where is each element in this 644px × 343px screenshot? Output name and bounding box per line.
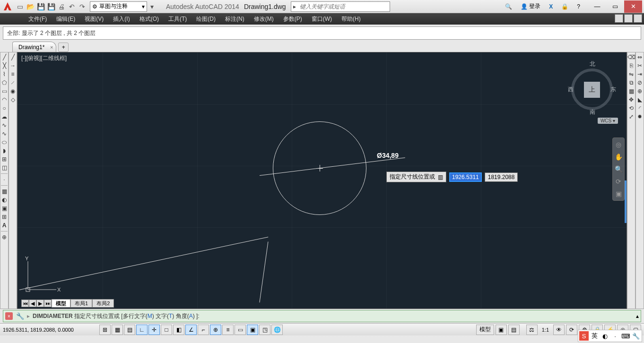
chamfer-icon[interactable]: ◣ [636,96,644,103]
cmdline-config-icon[interactable]: 🔧 [16,312,24,320]
ellipsearc-icon[interactable]: ◗ [0,147,8,154]
mdi-minimize[interactable]: – [615,14,623,23]
dyn-icon[interactable]: ⊕ [210,325,221,335]
grid-icon[interactable]: ▤ [124,325,135,335]
ray-icon[interactable]: → [9,62,17,69]
login-button[interactable]: 👤 登录 [517,1,544,12]
viewcube-south[interactable]: 南 [590,108,595,116]
stay-connected-icon[interactable]: 🔒 [558,1,572,12]
tpy-icon[interactable]: ▭ [235,325,246,335]
pline-icon[interactable]: ⌇ [0,70,8,78]
insert-icon[interactable]: ⊞ [0,155,8,163]
dyn-input-x[interactable]: 1926.5311 [449,172,482,182]
ime-punct-icon[interactable]: · [610,331,620,341]
workspace-dropdown[interactable]: ⚙ 草图与注释 ▾ [90,1,147,12]
app-logo[interactable] [2,1,13,12]
am-icon[interactable]: 🌐 [271,325,283,335]
search-caret-icon[interactable]: ▸ [291,3,298,10]
dyn-input-y[interactable]: 1819.2088 [485,172,518,182]
stretch-icon[interactable]: ⇔ [636,53,644,61]
print-icon[interactable]: 🖨 [57,2,66,11]
menu-modify[interactable]: 修改(M) [249,13,278,25]
line-icon[interactable]: ╱ [0,53,8,61]
line2-icon[interactable]: ╱ [9,53,17,61]
viewcube-face[interactable]: 上 [584,82,600,98]
break-icon[interactable]: ⊘ [636,79,644,86]
zoom-extents-icon[interactable]: 🔍 [614,164,623,174]
rectangle-icon[interactable]: ▭ [0,87,8,95]
cmdline-close-icon[interactable]: × [5,312,13,320]
orbit-icon[interactable]: ⟳ [614,177,623,186]
sc-icon[interactable]: ◳ [259,325,270,335]
menu-dim[interactable]: 标注(N) [220,13,249,25]
offset-icon[interactable]: ⧉ [627,79,635,86]
annoscale-icon[interactable]: ⚖ [526,325,538,335]
region-icon[interactable]: ▣ [0,205,8,212]
polar-icon[interactable]: ✛ [148,325,160,335]
viewcube[interactable]: 上 北 南 东 西 [566,58,618,124]
annovis-icon[interactable]: 👁 [553,325,565,335]
ducs-icon[interactable]: ⌐ [198,325,209,335]
qat-overflow-icon[interactable]: ▾ [147,2,157,11]
viewport-controls[interactable]: [-][俯视][二维线框] [21,54,67,62]
menu-window[interactable]: 窗口(W) [307,13,337,25]
menu-view[interactable]: 视图(V) [80,13,108,25]
tab-model[interactable]: 模型 [52,299,70,308]
save-icon[interactable]: 💾 [36,2,45,11]
saveas-icon[interactable]: 💾 [46,2,56,11]
viewcube-east[interactable]: 东 [610,86,616,94]
maximize-button[interactable]: ▭ [606,0,624,13]
showmotion-icon[interactable]: ▣ [614,189,623,198]
3dosnap-icon[interactable]: ◧ [173,325,184,335]
menu-format[interactable]: 格式(O) [135,13,164,25]
redo-icon[interactable]: ↷ [78,2,87,11]
copy-icon[interactable]: ⎘ [627,62,635,69]
infocenter-search[interactable]: ▸ [291,1,390,12]
steering-wheel-icon[interactable]: ◎ [614,140,623,149]
snap-icon[interactable]: ▦ [112,325,123,335]
quickview-drawings-icon[interactable]: ▤ [508,325,520,335]
viewcube-north[interactable]: 北 [590,60,595,68]
doc-tab-drawing1[interactable]: Drawing1* × [12,42,56,52]
mirror-icon[interactable]: ⇋ [627,70,635,78]
close-tab-icon[interactable]: × [50,44,53,50]
ime-keyboard-icon[interactable]: ⌨ [621,331,630,341]
viewcube-west[interactable]: 西 [568,86,574,94]
osnap-icon[interactable]: □ [161,325,172,335]
hatch-icon[interactable]: ▦ [0,188,8,195]
undo-icon[interactable]: ↶ [67,2,77,11]
fillet-icon[interactable]: ◜ [636,104,644,112]
open-icon[interactable]: 📂 [26,2,35,11]
wipeout-icon[interactable]: ◇ [9,96,17,103]
donut-icon[interactable]: ◉ [9,87,17,95]
search-button[interactable]: 🔍 [502,1,515,12]
layout-next-icon[interactable]: ▶ [36,300,44,307]
pan-icon[interactable]: ✋ [614,152,623,162]
command-line[interactable]: × 🔧 ▸ DIMDIAMETER 指定尺寸线位置或 [多行文字(M) 文字(T… [3,310,641,322]
ellipse-icon[interactable]: ⬭ [0,138,8,146]
polygon-icon[interactable]: ⬠ [0,79,8,86]
array-icon[interactable]: ▦ [627,87,635,95]
block-icon[interactable]: ◫ [0,164,8,172]
point-icon[interactable]: · [0,176,8,183]
layout-first-icon[interactable]: ⏮ [21,300,29,307]
table-icon[interactable]: ⊞ [0,213,8,221]
infer-constraints-icon[interactable]: ⊞ [99,325,111,335]
menu-insert[interactable]: 插入(I) [108,13,134,25]
mdi-restore[interactable]: ❐ [624,14,633,23]
spline-icon[interactable]: ∿ [0,121,8,129]
ime-settings-icon[interactable]: 🔧 [631,331,641,341]
otrack-icon[interactable]: ∠ [185,325,197,335]
circle-icon[interactable]: ○ [0,104,8,112]
erase-icon[interactable]: ⌫ [627,53,635,61]
options-icon[interactable]: ▥ [438,174,443,180]
rotate-icon[interactable]: ⟲ [627,104,635,112]
ortho-icon[interactable]: ∟ [136,325,148,335]
coordinates[interactable]: 1926.5311, 1819.2088, 0.0000 [3,327,97,333]
new-tab-button[interactable]: + [58,43,69,52]
layout-prev-icon[interactable]: ◀ [29,300,36,307]
addselected-icon[interactable]: ⊕ [0,233,8,241]
search-input[interactable] [298,3,390,10]
annauto-icon[interactable]: ⟳ [566,325,577,335]
modelspace-button[interactable]: 模型 [476,325,494,335]
